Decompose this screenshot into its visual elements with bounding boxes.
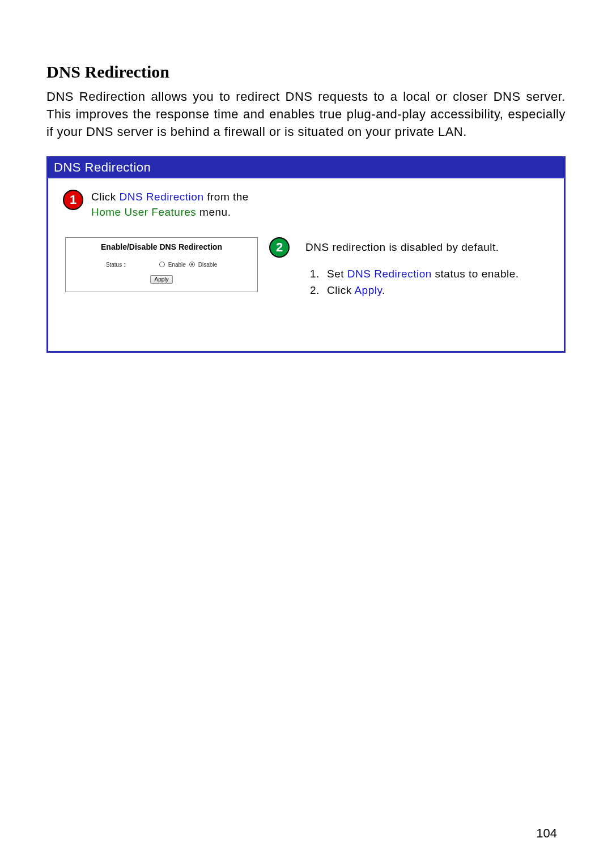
li1-pre: Set bbox=[327, 268, 347, 280]
list-num-2: 2. bbox=[310, 283, 327, 298]
settings-panel: Enable/Disable DNS Redirection Status : … bbox=[65, 237, 258, 292]
step-2-list: 1. Set DNS Redirection status to enable.… bbox=[310, 267, 549, 298]
li2-post: . bbox=[382, 284, 385, 296]
box-body: 1 Click DNS Redirection from the Home Us… bbox=[48, 178, 564, 350]
li1-post: status to enable. bbox=[432, 268, 519, 280]
intro-paragraph: DNS Redirection allows you to redirect D… bbox=[46, 88, 566, 140]
box-header: DNS Redirection bbox=[48, 158, 564, 178]
list-text-2: Click Apply. bbox=[327, 283, 385, 298]
li2-link: Apply bbox=[354, 284, 382, 296]
disable-radio[interactable] bbox=[189, 262, 195, 267]
step-2-column: 2 DNS redirection is disabled by default… bbox=[269, 237, 549, 300]
panel-title: Enable/Disable DNS Redirection bbox=[66, 238, 257, 262]
step-1-badge: 1 bbox=[63, 190, 83, 210]
step-1-post: menu. bbox=[196, 206, 231, 218]
step-1-text: Click DNS Redirection from the Home User… bbox=[91, 190, 249, 220]
page-title: DNS Redirection bbox=[46, 62, 566, 82]
page-number: 104 bbox=[536, 826, 557, 841]
list-num-1: 1. bbox=[310, 267, 327, 281]
step-1-mid: from the bbox=[203, 191, 248, 203]
step-1-row: 1 Click DNS Redirection from the Home Us… bbox=[63, 190, 549, 220]
step-1-pre: Click bbox=[91, 191, 119, 203]
status-label: Status : bbox=[106, 262, 125, 268]
step-2-header: 2 DNS redirection is disabled by default… bbox=[269, 237, 549, 258]
instruction-box: DNS Redirection 1 Click DNS Redirection … bbox=[46, 156, 566, 352]
radio-group: Enable Disable bbox=[159, 262, 218, 268]
enable-radio[interactable] bbox=[159, 262, 165, 267]
content-row: Enable/Disable DNS Redirection Status : … bbox=[63, 237, 549, 300]
apply-button[interactable]: Apply bbox=[150, 275, 172, 284]
step-1-link-menu: Home User Features bbox=[91, 206, 196, 218]
li2-pre: Click bbox=[327, 284, 354, 296]
status-row: Status : Enable Disable bbox=[66, 262, 257, 268]
step-1-link-dns: DNS Redirection bbox=[119, 191, 203, 203]
enable-label: Enable bbox=[168, 262, 186, 268]
disable-label: Disable bbox=[198, 262, 217, 268]
list-item: 2. Click Apply. bbox=[310, 283, 549, 298]
list-text-1: Set DNS Redirection status to enable. bbox=[327, 267, 519, 281]
step-2-badge: 2 bbox=[269, 237, 290, 258]
radio-dot-icon bbox=[191, 263, 193, 266]
li1-link: DNS Redirection bbox=[347, 268, 432, 280]
list-item: 1. Set DNS Redirection status to enable. bbox=[310, 267, 549, 281]
step-2-default-text: DNS redirection is disabled by default. bbox=[305, 241, 499, 255]
